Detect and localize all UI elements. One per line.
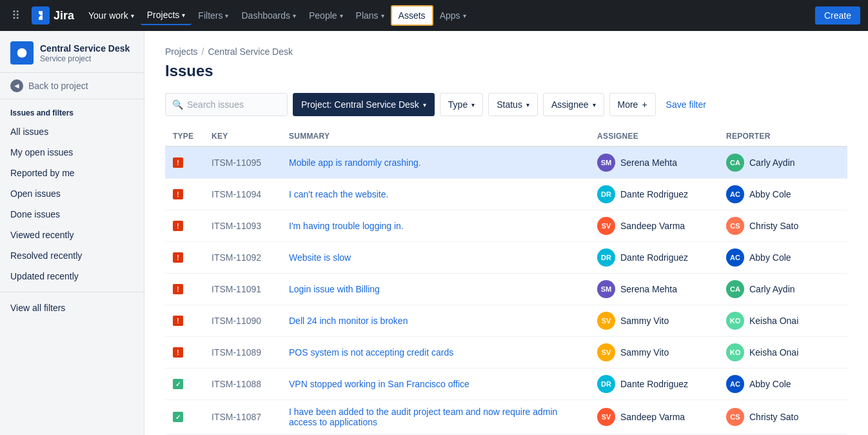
assignee-filter-button[interactable]: Assignee ▾: [543, 93, 604, 116]
assignee-cell: SMSerena Mehta: [589, 147, 718, 179]
logo[interactable]: Jira: [26, 6, 79, 25]
issue-summary[interactable]: I have been added to the audit project t…: [289, 407, 557, 427]
chevron-icon: ▾: [225, 12, 228, 19]
issue-key: ITSM-11089: [212, 347, 261, 358]
issue-summary-cell: I can't reach the website.: [281, 179, 589, 210]
table-row[interactable]: !ITSM-11090Dell 24 inch monitor is broke…: [165, 305, 847, 337]
nav-projects[interactable]: Projects ▾: [141, 6, 192, 25]
reporter-name: Keisha Onai: [749, 316, 798, 326]
project-type: Service project: [40, 54, 130, 63]
sidebar-item-all-issues[interactable]: All issues: [0, 121, 144, 142]
assignee-name: Serena Mehta: [620, 284, 677, 294]
nav-filters[interactable]: Filters ▾: [192, 6, 235, 25]
avatar: SV: [597, 217, 615, 235]
status-filter-button[interactable]: Status ▾: [488, 93, 538, 116]
reporter-cell: ACAbby Cole: [718, 242, 847, 274]
sidebar-item-resolved-recently[interactable]: Resolved recently: [0, 245, 144, 266]
avatar: CS: [726, 408, 744, 426]
sidebar-item-open-issues[interactable]: Open issues: [0, 183, 144, 204]
create-button[interactable]: Create: [815, 6, 860, 25]
sidebar-item-updated-recently[interactable]: Updated recently: [0, 266, 144, 287]
nav-dashboards[interactable]: Dashboards ▾: [235, 6, 302, 25]
issue-summary[interactable]: Website is slow: [289, 252, 351, 263]
issue-key-cell: ITSM-11093: [204, 210, 281, 242]
issue-summary[interactable]: POS system is not accepting credit cards: [289, 347, 453, 358]
search-box[interactable]: 🔍: [165, 93, 288, 116]
table-row[interactable]: !ITSM-11089POS system is not accepting c…: [165, 337, 847, 369]
issue-key-cell: ITSM-11088: [204, 369, 281, 400]
sidebar-item-reported-by-me[interactable]: Reported by me: [0, 163, 144, 183]
chevron-icon: ▾: [293, 12, 296, 19]
table-row[interactable]: !ITSM-11094I can't reach the website.DRD…: [165, 179, 847, 210]
assignee-name: Sandeep Varma: [620, 221, 685, 231]
nav-people[interactable]: People ▾: [302, 6, 350, 25]
dashboards-label: Dashboards: [241, 10, 290, 21]
grid-icon[interactable]: ⠿: [8, 5, 24, 26]
chevron-icon: ▾: [340, 12, 343, 19]
avatar: KO: [726, 312, 744, 330]
table-row[interactable]: !ITSM-11095Mobile app is randomly crashi…: [165, 147, 847, 179]
issue-summary-cell: I'm having trouble logging in.: [281, 210, 589, 242]
nav-your-work[interactable]: Your work ▾: [82, 6, 141, 25]
nav-plans[interactable]: Plans ▾: [350, 6, 391, 25]
issue-key: ITSM-11094: [212, 189, 261, 199]
issue-key: ITSM-11092: [212, 252, 261, 263]
assignee-cell: SVSammy Vito: [589, 337, 718, 369]
assignee-name: Sammy Vito: [620, 347, 669, 358]
breadcrumb-project[interactable]: Central Service Desk: [208, 46, 293, 57]
sidebar-item-my-open-issues[interactable]: My open issues: [0, 142, 144, 163]
view-all-filters[interactable]: View all filters: [0, 298, 144, 318]
table-row[interactable]: ✓ITSM-11088VPN stopped working in San Fr…: [165, 369, 847, 400]
assignee-cell: DRDante Rodriguez: [589, 179, 718, 210]
apps-label: Apps: [440, 10, 460, 21]
reporter-cell: ACAbby Cole: [718, 179, 847, 210]
table-row[interactable]: ✓ITSM-11087I have been added to the audi…: [165, 400, 847, 434]
issue-type-cell: !: [165, 337, 204, 369]
type-filter-button[interactable]: Type ▾: [440, 93, 483, 116]
logo-icon: [32, 6, 50, 25]
reporter-name: Abby Cole: [749, 379, 791, 389]
issue-type-cell: !: [165, 274, 204, 305]
sidebar-item-viewed-recently[interactable]: Viewed recently: [0, 225, 144, 245]
breadcrumb: Projects / Central Service Desk: [165, 46, 847, 57]
issue-type-icon: !: [173, 221, 183, 231]
issue-type-icon: ✓: [173, 412, 183, 422]
avatar: SM: [597, 280, 615, 298]
table-row[interactable]: !ITSM-11091Login issue with BillingSMSer…: [165, 274, 847, 305]
issue-key: ITSM-11090: [212, 316, 261, 326]
issue-key-cell: ITSM-11091: [204, 274, 281, 305]
col-key: Key: [204, 126, 281, 147]
issue-summary[interactable]: Dell 24 inch monitor is broken: [289, 316, 408, 326]
issue-summary[interactable]: Login issue with Billing: [289, 284, 380, 294]
save-filter-button[interactable]: Save filter: [661, 99, 711, 110]
reporter-cell: ACAbby Cole: [718, 369, 847, 400]
issue-type-cell: !: [165, 305, 204, 337]
issue-summary[interactable]: I'm having trouble logging in.: [289, 221, 404, 231]
issue-summary-cell: POS system is not accepting credit cards: [281, 337, 589, 369]
breadcrumb-projects[interactable]: Projects: [165, 46, 198, 57]
avatar: AC: [726, 248, 744, 267]
status-filter-label: Status: [497, 99, 522, 110]
avatar: SV: [597, 343, 615, 361]
breadcrumb-sep: /: [202, 46, 204, 57]
issue-type-icon: !: [173, 347, 183, 358]
more-filter-button[interactable]: More +: [609, 93, 656, 116]
reporter-cell: CSChristy Sato: [718, 400, 847, 434]
assignee-cell: SVSandeep Varma: [589, 400, 718, 434]
assignee-cell: SVSammy Vito: [589, 305, 718, 337]
issue-summary[interactable]: Mobile app is randomly crashing.: [289, 157, 421, 168]
chevron-icon: ▾: [463, 12, 466, 19]
nav-apps[interactable]: Apps ▾: [433, 6, 473, 25]
nav-assets[interactable]: Assets: [391, 5, 433, 26]
issue-type-icon: !: [173, 157, 183, 168]
back-to-project[interactable]: ◄ Back to project: [0, 73, 144, 99]
project-filter-button[interactable]: Project: Central Service Desk ▾: [293, 93, 435, 116]
search-input[interactable]: [187, 99, 281, 110]
table-row[interactable]: !ITSM-11092Website is slowDRDante Rodrig…: [165, 242, 847, 274]
table-row[interactable]: !ITSM-11093I'm having trouble logging in…: [165, 210, 847, 242]
issues-table: Type Key Summary Assignee Reporter !ITSM…: [165, 126, 847, 435]
issue-summary[interactable]: VPN stopped working in San Francisco off…: [289, 379, 469, 389]
sidebar-item-done-issues[interactable]: Done issues: [0, 204, 144, 225]
issue-summary[interactable]: I can't reach the website.: [289, 189, 388, 199]
issue-summary-cell: I have been added to the audit project t…: [281, 400, 589, 434]
